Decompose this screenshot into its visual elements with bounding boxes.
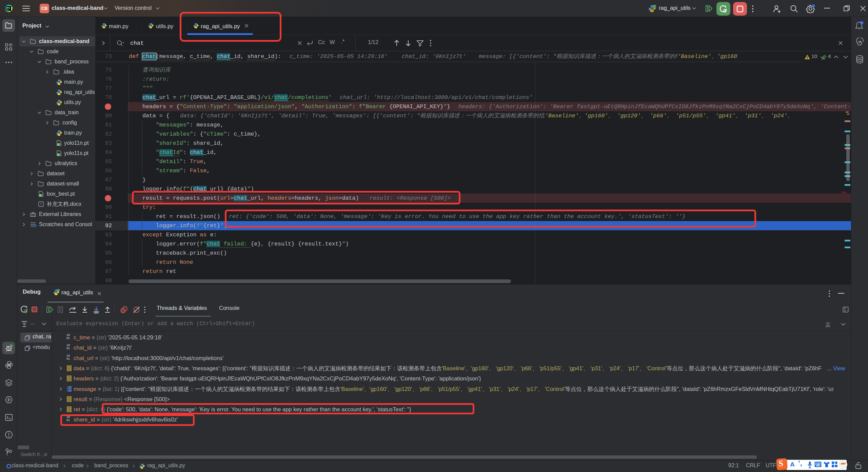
svg-text:3: 3 — [67, 390, 68, 392]
svg-text:PC: PC — [7, 6, 11, 9]
svg-text:C: C — [39, 194, 41, 197]
svg-text:C: C — [57, 143, 59, 146]
svg-text:C: C — [57, 153, 59, 156]
svg-text:?: ? — [40, 203, 42, 206]
